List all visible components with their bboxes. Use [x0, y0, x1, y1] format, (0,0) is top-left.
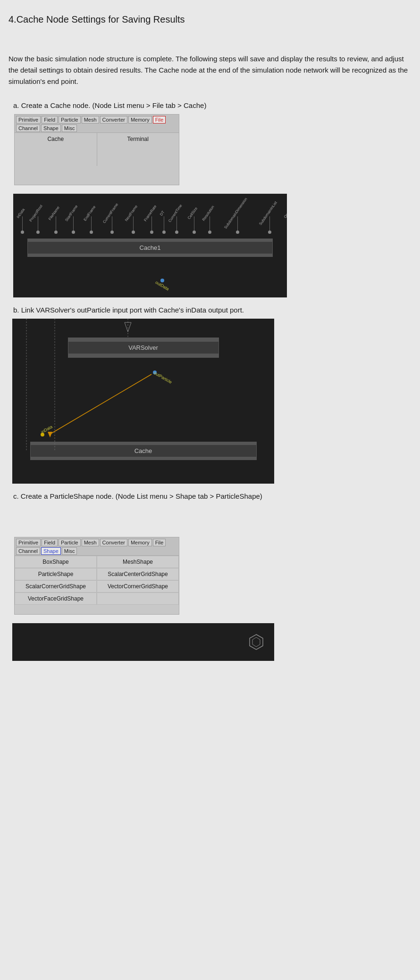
node-item-vectorfacegrid[interactable]: VectorFaceGridShape [15, 593, 97, 605]
port-indata: inData [17, 210, 28, 234]
port-dot12 [208, 231, 211, 234]
port-startframe-label: StartFrame [64, 204, 78, 222]
port-dot8 [150, 231, 153, 234]
tab-converter-shape[interactable]: Converter [100, 539, 127, 546]
port-currenttime-label: CurrentTime [168, 204, 183, 223]
indata-label: inData [40, 424, 53, 435]
port-line3 [56, 216, 56, 231]
port-framerate-label: FrameRate [143, 204, 157, 222]
node-col-right: Terminal [97, 133, 179, 166]
shape-panel-empty [15, 605, 179, 614]
body-text: Now the basic simulation node structure … [8, 53, 412, 87]
tab-misc-shape[interactable]: Misc [62, 547, 77, 555]
tab-field-shape[interactable]: Field [42, 539, 58, 546]
node-item-empty [97, 593, 179, 605]
port-line [22, 216, 23, 231]
varsolver-bar-bottom [68, 354, 219, 358]
port-currentframe: CurrentFrame [101, 210, 124, 234]
svg-marker-6 [250, 634, 263, 650]
tab-shape-active[interactable]: Shape [41, 547, 61, 555]
node-item-scalarcentergrids[interactable]: ScalarCenterGridShape [97, 568, 179, 580]
port-line5 [91, 216, 92, 231]
port-dot [21, 231, 24, 234]
tab-field[interactable]: Field [42, 116, 58, 124]
tab-mesh-shape[interactable]: Mesh [82, 539, 99, 546]
spacer-c [8, 505, 412, 533]
port-line9 [164, 216, 164, 231]
port-filename: FileName [48, 210, 64, 234]
section-title: 4.Cache Node Settings for Saving Results [8, 14, 412, 25]
outparticle-area: outParticle [153, 371, 173, 380]
node-panel-tabs: Primitive Field Particle Mesh Converter … [15, 115, 179, 133]
port-line2 [38, 216, 38, 231]
node-item-scalarcornergrid[interactable]: ScalarCornerGridShape [15, 580, 97, 593]
tab-primitive[interactable]: Primitive [16, 116, 41, 124]
port-line4 [73, 216, 74, 231]
tab-memory-shape[interactable]: Memory [128, 539, 152, 546]
indata-label-area: inData [41, 427, 53, 436]
port-dot6 [110, 231, 114, 234]
tab-particle[interactable]: Particle [59, 116, 81, 124]
node-item-meshshape[interactable]: MeshShape [97, 556, 179, 568]
cache2-title: Cache [30, 445, 257, 457]
port-dot11 [193, 231, 196, 234]
step-a-label: a. Create a Cache node. (Node List menu … [13, 101, 412, 109]
port-line13 [237, 216, 238, 231]
tab-file[interactable]: File [153, 116, 166, 124]
ports-top-area: inData ProjectRoot FileName StartFrame E [13, 194, 287, 234]
port-dt: DT [161, 210, 167, 234]
panel-empty-space [15, 166, 179, 185]
step-b-label: b. Link VARSolver's outParticle input po… [13, 306, 412, 314]
tab-channel[interactable]: Channel [16, 124, 40, 132]
port-line14 [269, 216, 270, 231]
port-resolution: Resolution [201, 210, 219, 234]
cache-node-2: Cache [30, 442, 257, 460]
node-panel-body: Cache Terminal [15, 133, 179, 166]
watermark-icon [248, 634, 265, 651]
port-line8 [151, 216, 152, 231]
cache2-bar-bottom [30, 457, 257, 460]
svg-line-0 [50, 374, 151, 434]
node-panel-file: Primitive Field Particle Mesh Converter … [14, 114, 179, 185]
tab-primitive-shape[interactable]: Primitive [16, 539, 41, 546]
port-line7 [133, 216, 134, 231]
port-subdomaindimension: SubdomainDimension [219, 210, 256, 234]
node-item-cache[interactable]: Cache [17, 135, 94, 143]
port-dot3 [54, 231, 58, 234]
tab-memory[interactable]: Memory [128, 116, 152, 124]
node-item-vectorcornergrid[interactable]: VectorCornerGridShape [97, 580, 179, 593]
tab-mesh[interactable]: Mesh [82, 116, 99, 124]
port-projectroot-label: ProjectRoot [29, 204, 43, 222]
varsolver-node: VARSolver [68, 338, 219, 358]
tab-file-shape[interactable]: File [153, 539, 166, 546]
svg-marker-7 [252, 637, 260, 647]
watermark-svg [248, 634, 265, 651]
port-dot13 [236, 231, 239, 234]
node-col-left: Cache [15, 133, 97, 166]
cache1-bar-bottom [27, 254, 273, 257]
port-dot10 [175, 231, 178, 234]
step-c-label: c. Create a ParticleShape node. (Node Li… [13, 492, 412, 500]
tab-misc[interactable]: Misc [62, 124, 77, 132]
node-item-boxshape[interactable]: BoxShape [15, 556, 97, 568]
port-dot5 [90, 231, 93, 234]
page-container: 4.Cache Node Settings for Saving Results… [0, 0, 420, 980]
cache-graph: inData ProjectRoot FileName StartFrame E [13, 194, 287, 297]
port-currentframe-label: CurrentFrame [102, 202, 119, 224]
port-currenttime: CurrentTime [167, 210, 187, 234]
node-item-terminal[interactable]: Terminal [100, 135, 176, 143]
outparticle-label: outParticle [153, 371, 173, 385]
tab-converter[interactable]: Converter [100, 116, 127, 124]
tab-channel-shape[interactable]: Channel [16, 547, 40, 555]
port-line12 [210, 216, 210, 231]
tab-shape[interactable]: Shape [41, 124, 61, 132]
tab-particle-shape[interactable]: Particle [59, 539, 81, 546]
port-dot7 [132, 231, 135, 234]
outdata-area: outData [155, 279, 170, 288]
port-subdomaininlist: SubdomainInList [256, 210, 284, 234]
port-dot4 [72, 231, 75, 234]
node-item-particleshape[interactable]: ParticleShape [15, 568, 97, 580]
port-option: Option [284, 210, 287, 234]
port-line6 [112, 216, 112, 231]
cache1-title: Cache1 [27, 241, 273, 254]
